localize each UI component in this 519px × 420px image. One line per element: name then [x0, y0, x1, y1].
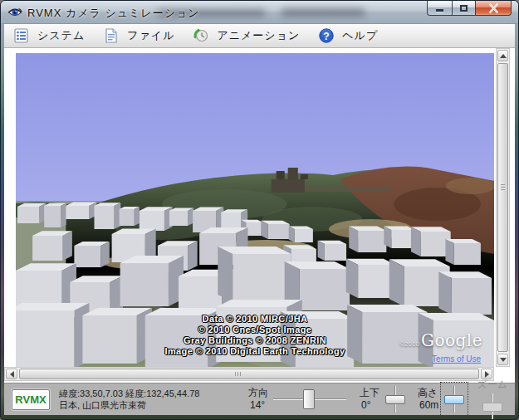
- scroll-left-button[interactable]: [6, 369, 17, 379]
- minimize-button[interactable]: [427, 0, 452, 16]
- client-area: Data © 2010 MIRC/JHA © 2010 Cnes/Spot Im…: [4, 48, 515, 383]
- terms-of-use-link[interactable]: Terms of Use: [432, 354, 481, 364]
- scroll-up-button[interactable]: [497, 50, 508, 61]
- height-slider[interactable]: [443, 385, 465, 413]
- file-document-icon: [103, 27, 120, 44]
- attribution-line: © 2010 Cnes/Spot Image: [164, 325, 345, 335]
- map-attribution: Data © 2010 MIRC/JHA © 2010 Cnes/Spot Im…: [164, 314, 345, 357]
- thumb-grip: [501, 184, 505, 190]
- direction-value: 14°: [248, 399, 268, 412]
- system-list-icon: [13, 27, 30, 44]
- tilt-control: 上下 0°: [360, 385, 406, 413]
- google-logo: ©2010 Google: [399, 330, 482, 350]
- thumb-grip: [235, 372, 241, 376]
- toolbar-button-system[interactable]: システム: [9, 25, 95, 46]
- maximize-icon: [460, 5, 468, 12]
- right-arrow-icon: [485, 371, 492, 378]
- svg-text:?: ?: [324, 31, 330, 42]
- google-copyright: ©2010: [399, 340, 419, 348]
- slider-thumb[interactable]: [303, 389, 315, 409]
- down-arrow-icon: [500, 358, 507, 365]
- horizontal-scrollbar[interactable]: [4, 367, 494, 381]
- close-button[interactable]: [475, 0, 512, 16]
- window-title: RVMX カメラ シュミレーション: [27, 6, 200, 21]
- height-label: 高さ: [418, 387, 438, 399]
- toolbar-button-file[interactable]: ファイル: [99, 25, 185, 46]
- tilt-slider[interactable]: [384, 385, 406, 413]
- tilt-label: 上下: [360, 387, 379, 399]
- main-toolbar: システム ファイル アニメーション: [4, 24, 515, 48]
- up-arrow-icon: [500, 51, 507, 58]
- toolbar-label-animation: アニメーション: [217, 28, 300, 43]
- toolbar-label-help: ヘルプ: [342, 28, 378, 43]
- vertical-scrollbar[interactable]: [496, 48, 510, 367]
- zoom-slider-disabled: [482, 393, 503, 420]
- window-controls: [427, 0, 512, 16]
- lat-lon-readout: 緯度:33,50,7.03 経度:132,45,44.78: [59, 388, 235, 399]
- map-3d-viewport[interactable]: Data © 2010 MIRC/JHA © 2010 Cnes/Spot Im…: [16, 53, 494, 367]
- eye-app-icon: [7, 5, 22, 20]
- location-readout: 日本, 山口県光市束荷: [59, 399, 235, 411]
- google-wordmark: Google: [421, 330, 482, 350]
- background-window-blur: [282, 8, 365, 17]
- maximize-button[interactable]: [452, 0, 475, 16]
- attribution-line: Data © 2010 MIRC/JHA: [164, 314, 345, 325]
- coordinates-block: 緯度:33,50,7.03 経度:132,45,44.78 日本, 山口県光市束…: [59, 388, 235, 411]
- tilt-value: 0°: [360, 399, 379, 412]
- zoom-control: ズーム: [477, 378, 507, 420]
- minimize-icon: [436, 9, 443, 12]
- toolbar-button-animation[interactable]: アニメーション: [189, 25, 311, 46]
- slider-thumb[interactable]: [385, 395, 405, 404]
- slider-thumb[interactable]: [444, 395, 464, 404]
- left-arrow-icon: [7, 371, 14, 378]
- direction-label: 方向: [248, 387, 268, 399]
- help-question-icon: ?: [318, 27, 335, 44]
- attribution-line: Image © 2010 Digital Earth Technology: [164, 346, 345, 357]
- close-icon: [488, 3, 499, 13]
- scroll-down-button[interactable]: [497, 354, 508, 365]
- attribution-line: Gray Buildings © 2008 ZENRIN: [164, 335, 345, 346]
- height-control: 高さ 60m: [418, 385, 465, 413]
- zoom-label: ズーム: [477, 378, 507, 392]
- horizontal-scrollbar-thumb[interactable]: [19, 369, 479, 379]
- toolbar-label-system: システム: [37, 28, 85, 43]
- app-window: RVMX カメラ シュミレーション システム: [0, 0, 519, 420]
- height-value: 60m: [418, 399, 438, 412]
- direction-slider[interactable]: [272, 388, 348, 410]
- rvmx-button[interactable]: RVMX: [12, 389, 50, 410]
- slider-thumb: [482, 403, 502, 412]
- status-bar: RVMX 緯度:33,50,7.03 経度:132,45,44.78 日本, 山…: [4, 383, 515, 415]
- animation-refresh-icon: [193, 27, 209, 44]
- title-bar: RVMX カメラ シュミレーション: [1, 1, 518, 24]
- direction-control: 方向 14°: [248, 387, 348, 412]
- toolbar-label-file: ファイル: [127, 28, 174, 43]
- toolbar-button-help[interactable]: ? ヘルプ: [314, 25, 389, 46]
- vertical-scrollbar-thumb[interactable]: [497, 63, 508, 352]
